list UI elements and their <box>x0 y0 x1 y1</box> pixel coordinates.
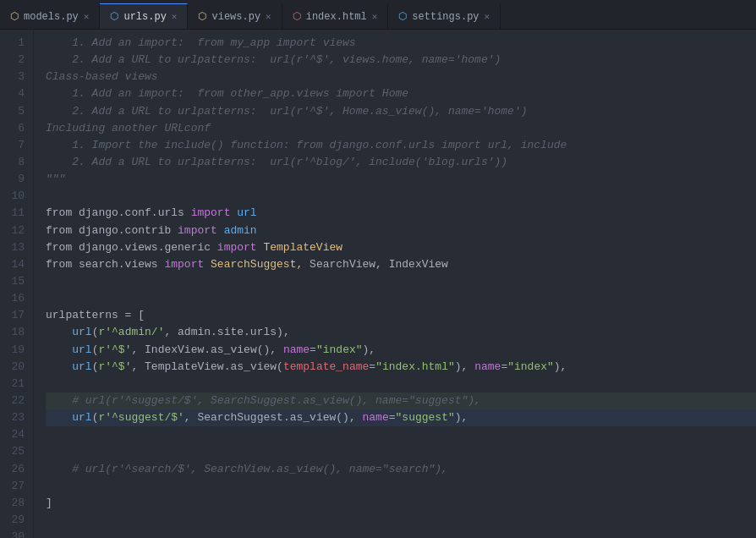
code-line: from django.views.generic import Templat… <box>46 239 756 256</box>
code-line: # url(r'^search/$', SearchView.as_view()… <box>46 461 756 478</box>
line-num: 21 <box>0 376 25 393</box>
tab-models-py[interactable]: ⬡ models.py ✕ <box>0 3 100 29</box>
code-line <box>46 273 756 290</box>
code-line <box>46 529 756 538</box>
tab-label: settings.py <box>412 11 479 23</box>
line-num: 5 <box>0 103 25 120</box>
fold-icon: ▷ <box>34 206 35 221</box>
code-line <box>46 188 756 205</box>
code-line <box>46 426 756 443</box>
line-num: 25 <box>0 443 25 460</box>
line-num: 13 <box>0 239 25 256</box>
line-num: 30 <box>0 529 25 538</box>
python-icon: ⬡ <box>110 10 118 23</box>
line-num: 28 <box>0 495 25 512</box>
code-line: 2. Add a URL to urlpatterns: url(r'^$', … <box>46 52 756 69</box>
line-num: 29 <box>0 512 25 529</box>
editor: 1 2 3 4 5 6 7 8 9 10 11 12 13 14 15 16 1… <box>0 30 756 538</box>
tab-settings-py[interactable]: ⬡ settings.py ✕ <box>388 3 501 29</box>
line-num: 20 <box>0 359 25 376</box>
code-line: 1. Add an import: from other_app.views i… <box>46 85 756 102</box>
code-line: Including another URLconf <box>46 120 756 137</box>
code-line: 💡 # url(r'^suggest/$', SearchSuggest.as_… <box>46 393 756 409</box>
code-line <box>46 478 756 495</box>
html-icon: ⬡ <box>293 10 301 23</box>
code-line: 2. Add a URL to urlpatterns: url(r'^blog… <box>46 154 756 171</box>
close-icon[interactable]: ✕ <box>84 11 90 22</box>
line-num: 6 <box>0 120 25 137</box>
code-line: ▷ ] <box>46 495 756 512</box>
fold-icon: ▷ <box>34 309 35 323</box>
close-icon[interactable]: ✕ <box>266 11 271 22</box>
tab-bar: ⬡ models.py ✕ ⬡ urls.py ✕ ⬡ views.py ✕ ⬡… <box>0 0 756 30</box>
bulb-icon: 💡 <box>34 393 36 409</box>
line-num: 8 <box>0 154 25 171</box>
line-num: 10 <box>0 188 25 205</box>
line-num: 16 <box>0 290 25 307</box>
line-numbers: 1 2 3 4 5 6 7 8 9 10 11 12 13 14 15 16 1… <box>0 30 34 538</box>
code-line <box>46 512 756 529</box>
tab-index-html[interactable]: ⬡ index.html ✕ <box>282 3 389 29</box>
python-icon: ⬡ <box>10 10 19 23</box>
code-line: ▷ """ <box>46 171 756 188</box>
tab-label: views.py <box>211 11 260 23</box>
line-num: 7 <box>0 137 25 154</box>
code-line: ▷ from django.conf.urls import url <box>46 205 756 222</box>
close-icon[interactable]: ✕ <box>372 11 378 22</box>
code-line: ▷ urlpatterns = [ <box>46 307 756 324</box>
tab-urls-py[interactable]: ⬡ urls.py ✕ <box>100 3 188 29</box>
line-num: 2 <box>0 52 25 69</box>
line-num: 1 <box>0 35 25 52</box>
code-line: url(r'^$', IndexView.as_view(), name="in… <box>46 342 756 359</box>
python-icon: ⬡ <box>198 10 206 23</box>
code-line <box>46 376 756 393</box>
fold-icon: ▷ <box>34 257 35 272</box>
code-line: 1. Add an import: from my_app import vie… <box>46 35 756 52</box>
tab-label: urls.py <box>123 11 166 23</box>
line-num: 17 <box>0 307 25 324</box>
code-line: ▷ from search.views import SearchSuggest… <box>46 256 756 273</box>
line-num: 23 <box>0 409 25 426</box>
code-line: from django.contrib import admin <box>46 222 756 239</box>
tab-label: models.py <box>24 11 79 23</box>
code-line <box>46 290 756 307</box>
fold-icon: ▷ <box>34 496 35 510</box>
line-num: 14 <box>0 256 25 273</box>
code-line: url(r'^admin/', admin.site.urls), <box>46 324 756 341</box>
line-num: 27 <box>0 478 25 495</box>
line-num: 24 <box>0 426 25 443</box>
tab-views-py[interactable]: ⬡ views.py ✕ <box>188 3 282 29</box>
line-num: 3 <box>0 69 25 85</box>
line-num: 19 <box>0 342 25 359</box>
code-area[interactable]: 1. Add an import: from my_app import vie… <box>34 30 756 538</box>
code-line: Class-based views <box>46 69 756 85</box>
fold-icon: ▷ <box>34 173 35 187</box>
code-line: 1. Import the include() function: from d… <box>46 137 756 154</box>
line-num: 18 <box>0 324 25 341</box>
code-line: url(r'^suggest/$', SearchSuggest.as_view… <box>46 409 756 426</box>
close-icon[interactable]: ✕ <box>172 11 178 22</box>
line-num: 12 <box>0 222 25 239</box>
tab-label: index.html <box>306 11 367 23</box>
line-num: 4 <box>0 85 25 102</box>
code-line: url(r'^$', TemplateView.as_view(template… <box>46 359 756 376</box>
line-num: 9 <box>0 171 25 188</box>
code-line <box>46 443 756 460</box>
line-num: 15 <box>0 273 25 290</box>
line-num: 26 <box>0 461 25 478</box>
line-num: 22 <box>0 393 25 409</box>
close-icon[interactable]: ✕ <box>485 11 490 22</box>
code-line: 2. Add a URL to urlpatterns: url(r'^$', … <box>46 103 756 120</box>
line-num: 11 <box>0 205 25 222</box>
python-icon: ⬡ <box>398 10 407 23</box>
